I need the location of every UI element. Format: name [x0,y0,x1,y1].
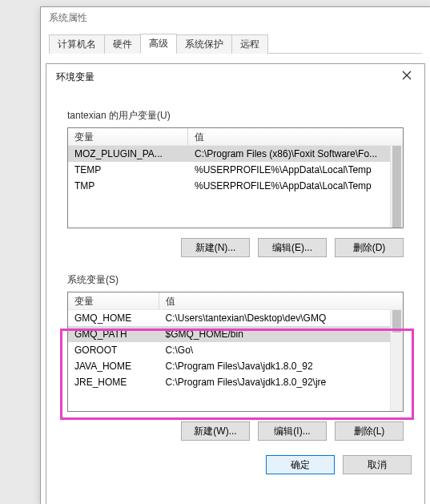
table-row[interactable]: TEMP%USERPROFILE%\AppData\Local\Temp [68,162,390,178]
env-dialog-titlebar: 环境变量 [46,64,424,90]
column-header-variable[interactable]: 变量 [68,292,159,309]
cell-variable: GMQ_PATH [68,326,159,342]
table-row[interactable]: TMP%USERPROFILE%\AppData\Local\Temp [68,178,390,194]
cell-value: %USERPROFILE%\AppData\Local\Temp [188,162,390,178]
cell-variable: JRE_HOME [68,374,159,390]
cell-value: %USERPROFILE%\AppData\Local\Temp [188,178,390,194]
user-delete-button[interactable]: 删除(D) [335,238,404,257]
sys-delete-button[interactable]: 删除(L) [335,421,404,441]
sys-new-button[interactable]: 新建(W)... [181,421,250,441]
user-edit-button[interactable]: 编辑(E)... [258,238,327,257]
user-vars-header: 变量 值 [68,128,403,146]
env-dialog-title: 环境变量 [56,71,94,84]
cell-value: $GMQ_HOME/bin [159,326,390,342]
column-header-value[interactable]: 值 [188,128,403,145]
ok-button[interactable]: 确定 [266,455,335,474]
scrollbar[interactable] [390,146,403,228]
cell-variable: GMQ_HOME [68,310,159,326]
column-header-variable[interactable]: 变量 [68,128,188,145]
tabstrip: 计算机名 硬件 高级 系统保护 远程 [49,34,422,54]
cell-variable: JAVA_HOME [68,358,159,374]
tab-system-protection[interactable]: 系统保护 [176,34,232,54]
cell-variable: GOROOT [68,342,159,358]
close-button[interactable] [396,69,418,85]
scrollbar-thumb[interactable] [392,146,401,228]
user-vars-listbox[interactable]: 变量 值 MOZ_PLUGIN_PA...C:\Program Files (x… [67,127,404,228]
sys-vars-listbox[interactable]: 变量 值 GMQ_HOMEC:\Users\tantexian\Desktop\… [67,292,404,412]
close-icon [402,71,412,83]
sys-edit-button[interactable]: 编辑(I)... [258,421,327,441]
scrollbar[interactable] [390,310,403,411]
cell-value: C:\Program Files\Java\jdk1.8.0_92\jre [159,374,390,390]
cell-variable: TEMP [68,162,188,178]
system-properties-title: 系统属性 [41,7,430,28]
cell-value: C:\Go\ [159,342,390,358]
tab-remote[interactable]: 远程 [231,34,268,54]
user-vars-label: tantexian 的用户变量(U) [67,109,404,123]
system-properties-dialog: 系统属性 计算机名 硬件 高级 系统保护 远程 环境变量 tantexian 的… [40,6,430,504]
column-header-value[interactable]: 值 [159,292,403,309]
table-row[interactable]: GOROOTC:\Go\ [68,342,390,358]
table-row[interactable]: GMQ_PATH$GMQ_HOME/bin [68,326,390,342]
sys-vars-header: 变量 值 [68,292,403,310]
scrollbar-thumb[interactable] [392,310,401,333]
user-new-button[interactable]: 新建(N)... [181,238,250,257]
sys-vars-label: 系统变量(S) [67,273,404,287]
cell-variable: MOZ_PLUGIN_PA... [68,146,188,162]
table-row[interactable]: JAVA_HOMEC:\Program Files\Java\jdk1.8.0_… [68,358,390,374]
tab-hardware[interactable]: 硬件 [104,34,141,54]
table-row[interactable]: JRE_HOMEC:\Program Files\Java\jdk1.8.0_9… [68,374,390,390]
cell-value: C:\Users\tantexian\Desktop\dev\GMQ [159,310,390,326]
cancel-button[interactable]: 取消 [343,455,412,474]
cell-value: C:\Program Files (x86)\Foxit Software\Fo… [188,146,390,162]
environment-variables-dialog: 环境变量 tantexian 的用户变量(U) 变量 值 MOZ_PLUGIN_… [46,63,425,504]
cell-value: C:\Program Files\Java\jdk1.8.0_92 [159,358,390,374]
tab-advanced[interactable]: 高级 [140,34,177,54]
table-row[interactable]: GMQ_HOMEC:\Users\tantexian\Desktop\dev\G… [68,310,390,326]
table-row[interactable]: MOZ_PLUGIN_PA...C:\Program Files (x86)\F… [68,146,390,162]
cell-variable: TMP [68,178,188,194]
tab-computer-name[interactable]: 计算机名 [49,34,105,54]
